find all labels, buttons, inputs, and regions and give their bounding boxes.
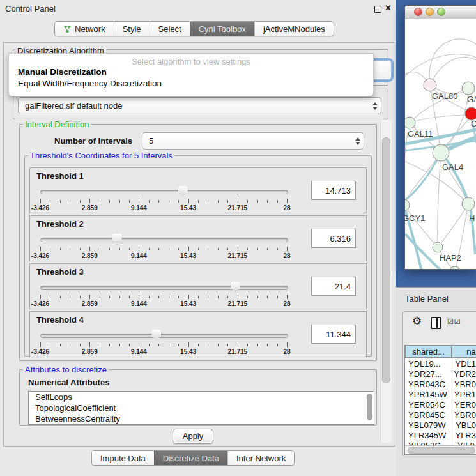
gear-icon[interactable]: ⚙ <box>412 314 422 328</box>
threshold-slider[interactable]: -3.4262.8599.14415.4321.71528 <box>40 282 287 307</box>
slider-tick <box>139 247 139 251</box>
slider-tick-label: -3.426 <box>31 300 49 307</box>
table-data-combobox[interactable]: galFiltered.sif default node <box>18 97 381 114</box>
list-item[interactable]: TopologicalCoefficient <box>29 403 374 413</box>
close-traffic-light[interactable] <box>414 8 422 16</box>
table-row[interactable]: YBR045CYBR0 <box>405 410 476 420</box>
close-icon[interactable]: ✕ <box>385 3 392 13</box>
slider-tick <box>247 248 248 250</box>
slider-track[interactable] <box>40 334 288 338</box>
network-node[interactable] <box>465 107 476 120</box>
float-icon[interactable] <box>374 6 381 13</box>
slider-tick-label: 9.144 <box>131 204 147 211</box>
cell-shared-name: YBR045C <box>405 410 449 420</box>
tab-discretize-data[interactable]: Discretize Data <box>154 451 227 465</box>
interval-definition-title: Interval Definition <box>23 119 91 129</box>
cell-shared-name: YDL19... <box>405 359 449 369</box>
spinner-up-icon <box>355 137 360 141</box>
threshold-value-field[interactable]: 21.4 <box>311 277 356 296</box>
checkbox-columns-icon[interactable]: ☑☑ <box>447 318 461 326</box>
tab-infer-network[interactable]: Infer Network <box>227 451 294 465</box>
network-node-label: GA <box>467 95 476 104</box>
threshold-slider[interactable]: -3.4262.8599.14415.4321.71528 <box>40 330 287 355</box>
slider-tick <box>119 344 120 346</box>
zoom-traffic-light[interactable] <box>437 8 445 16</box>
tab-impute-data[interactable]: Impute Data <box>92 451 154 465</box>
table-row[interactable]: YLR345WYLR3 <box>405 430 476 440</box>
dropdown-option-manual[interactable]: Manual Discretization <box>18 67 107 77</box>
slider-track[interactable] <box>40 286 288 290</box>
list-scrollbar-thumb[interactable] <box>367 394 372 420</box>
slider-tick <box>119 200 120 203</box>
list-item[interactable]: SelfLoops <box>29 392 374 403</box>
dropdown-option-equal-width[interactable]: Equal Width/Frequency Discretization <box>18 79 162 88</box>
cell-shared-name: YIL052C <box>405 441 452 446</box>
tab-select[interactable]: Select <box>150 22 190 36</box>
slider-tick <box>267 248 268 250</box>
network-node[interactable] <box>433 242 443 252</box>
slider-tick-label: 21.715 <box>228 204 248 211</box>
slider-thumb[interactable] <box>151 330 161 341</box>
network-node[interactable] <box>433 144 449 161</box>
threshold-value-field[interactable]: 11.344 <box>311 325 356 344</box>
threshold-label: Threshold 2 <box>36 219 84 229</box>
slider-tick <box>60 296 61 298</box>
apply-button[interactable]: Apply <box>173 429 213 444</box>
slider-tick <box>40 342 41 347</box>
column-divider[interactable] <box>452 345 452 445</box>
column-header-name[interactable]: name <box>452 345 476 358</box>
slider-tick <box>89 342 90 347</box>
num-intervals-combobox[interactable]: 5 <box>142 132 364 150</box>
threshold-value-field[interactable]: 14.713 <box>311 181 356 200</box>
tab-jactivemnodules[interactable]: jActiveMNodules <box>254 22 334 36</box>
network-node[interactable] <box>462 82 475 95</box>
slider-tick <box>287 199 288 203</box>
num-intervals-label: Number of Intervals <box>54 136 132 146</box>
table-row[interactable]: YBR043CYBR0 <box>405 379 476 389</box>
table-row[interactable]: YBL079WYBL0 <box>405 420 476 430</box>
spinner-icon <box>352 137 364 145</box>
table-row[interactable]: YDR27...YDR2 <box>405 369 476 379</box>
network-canvas[interactable]: GAL80GACGAL11GAL4GCY1HHAP2 <box>405 19 476 269</box>
network-node[interactable] <box>462 197 475 210</box>
minimize-traffic-light[interactable] <box>426 8 434 16</box>
columns-icon[interactable] <box>431 317 441 329</box>
slider-tick <box>40 247 41 251</box>
slider-thumb[interactable] <box>231 282 240 293</box>
list-item[interactable]: BetweennessCentrality <box>29 413 374 424</box>
slider-tick <box>247 200 248 203</box>
table-hscrollbar-thumb[interactable] <box>408 447 475 454</box>
threshold-value-field[interactable]: 6.316 <box>311 229 356 248</box>
network-node[interactable] <box>424 79 436 91</box>
slider-thumb[interactable] <box>178 186 188 197</box>
tab-network[interactable]: Network <box>55 22 114 36</box>
table-row[interactable]: YIL052CYIL0 <box>405 440 476 445</box>
threshold-4-block: Threshold 4 -3.4262.8599.14415.4321.7152… <box>29 311 367 357</box>
spinner-down-icon <box>355 142 360 145</box>
table-row[interactable]: YDL19...YDL1 <box>405 358 476 369</box>
settings-scrollbar-thumb[interactable] <box>382 137 390 383</box>
slider-track[interactable] <box>40 238 288 242</box>
network-window-titlebar[interactable] <box>405 6 476 19</box>
threshold-coordinates-title: Threshold's Coordinates for 5 Intervals <box>28 151 174 160</box>
spinner-icon <box>369 102 381 110</box>
table-hscrollbar-track[interactable] <box>405 445 476 454</box>
tab-cyni-toolbox[interactable]: Cyni Toolbox <box>190 22 254 36</box>
table-row[interactable]: YER054CYER0 <box>405 399 476 410</box>
slider-tick <box>50 200 50 203</box>
slider-thumb[interactable] <box>112 234 122 245</box>
network-node[interactable] <box>405 199 410 211</box>
slider-tick-label: -3.426 <box>31 348 49 355</box>
table-row[interactable]: YPR145WYPR1 <box>405 389 476 399</box>
threshold-slider[interactable]: -3.4262.8599.14415.4321.71528 <box>40 234 287 259</box>
slider-tick <box>100 200 100 203</box>
slider-tick-label: 9.144 <box>131 348 147 355</box>
slider-tick <box>70 248 70 250</box>
column-header-shared-name[interactable]: shared... <box>405 345 452 358</box>
slider-track[interactable] <box>40 190 288 194</box>
network-node[interactable] <box>405 117 415 128</box>
tab-style[interactable]: Style <box>114 22 150 36</box>
network-node-label: H <box>469 213 475 223</box>
numerical-attributes-list[interactable]: SelfLoops TopologicalCoefficient Between… <box>28 391 374 425</box>
threshold-slider[interactable]: -3.4262.8599.14415.4321.71528 <box>40 186 287 211</box>
